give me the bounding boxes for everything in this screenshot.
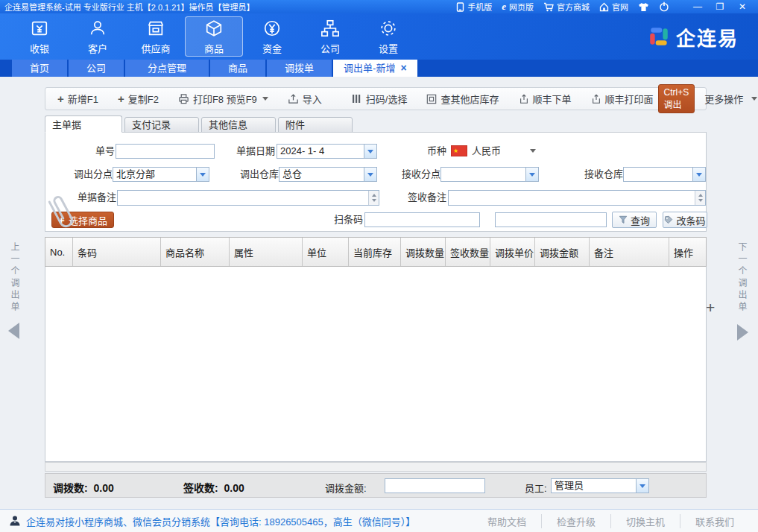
scan-select-button[interactable]: 扫码/选择 — [342, 92, 417, 106]
customer-icon — [88, 19, 107, 38]
help-docs-link[interactable]: 帮助文档 — [473, 514, 541, 528]
phone-icon — [456, 2, 464, 12]
horizontal-scrollbar[interactable] — [45, 462, 707, 472]
prev-order-arrow-icon[interactable] — [8, 323, 19, 339]
summary-bar: 调拨数: 0.00 签收数: 0.00 调拨金额: 员工: 管理员 — [45, 473, 707, 498]
col-attribute[interactable]: 属性 — [230, 238, 303, 266]
employee-select[interactable]: 管理员 — [551, 478, 649, 493]
new-button[interactable]: + 新增F1 — [45, 92, 108, 106]
col-unit[interactable]: 单位 — [303, 238, 349, 266]
out-branch-select[interactable]: 北京分部 — [113, 167, 209, 182]
save-outbound-button[interactable]: Ctrl+S调出 — [658, 84, 695, 113]
tag-icon — [664, 215, 673, 224]
product-lookup-input[interactable] — [495, 212, 607, 227]
spinner-icon[interactable] — [368, 191, 379, 205]
chevron-down-icon — [692, 168, 705, 181]
nav-item-customer[interactable]: 客户 — [69, 16, 127, 57]
maximize-button[interactable]: ❐ — [709, 0, 731, 13]
change-barcode-button[interactable]: 改条码 — [663, 212, 707, 228]
switch-host-link[interactable]: 切换主机 — [610, 514, 680, 528]
nav-item-company[interactable]: 公司 — [301, 16, 359, 57]
add-row-button[interactable]: + — [706, 299, 715, 317]
currency-value: 人民币 — [472, 144, 517, 159]
recv-warehouse-select[interactable] — [623, 167, 706, 182]
col-barcode[interactable]: 条码 — [73, 238, 161, 266]
next-order-arrow-icon[interactable] — [737, 324, 748, 341]
official-mall-link[interactable]: 官方商城 — [543, 1, 590, 13]
nav-item-product[interactable]: 商品 — [185, 16, 243, 57]
minimize-button[interactable]: — — [686, 0, 709, 13]
recv-branch-label: 接收分点 — [394, 167, 440, 182]
close-button[interactable]: ✕ — [731, 0, 754, 13]
tab-branch-management[interactable]: 分点管理 — [125, 60, 209, 77]
main-area: 上一个调出单 下一个调出单 + + 新增F1 + 复制F2 打 — [0, 77, 758, 509]
company-icon — [320, 19, 340, 38]
query-button[interactable]: 查询 — [612, 212, 657, 228]
col-transfer-price[interactable]: 调拨单价 — [490, 238, 535, 266]
nav-item-funds[interactable]: 资金 — [243, 16, 301, 57]
tab-company[interactable]: 公司 — [69, 60, 124, 77]
transfer-amount-input[interactable] — [385, 478, 485, 493]
col-actions[interactable]: 操作 — [669, 238, 706, 266]
col-transfer-qty[interactable]: 调拨数量 — [401, 238, 446, 266]
tab-home[interactable]: 首页 — [12, 60, 67, 77]
out-warehouse-select[interactable]: 总仓 — [279, 167, 377, 182]
col-product-name[interactable]: 商品名称 — [161, 238, 230, 266]
shirt-icon[interactable] — [638, 2, 649, 12]
tab-close-icon[interactable]: × — [400, 60, 406, 77]
chevron-down-icon — [364, 145, 376, 158]
chevron-down-icon[interactable] — [530, 149, 536, 153]
printer-icon — [178, 93, 189, 104]
nav-item-settings[interactable]: 设置 — [359, 16, 417, 57]
chevron-down-icon — [196, 168, 209, 181]
sign-qty-total: 签收数: 0.00 — [183, 480, 244, 495]
scan-barcode-input[interactable] — [364, 212, 480, 227]
order-no-input[interactable] — [116, 144, 215, 159]
col-sign-qty[interactable]: 签收数量 — [446, 238, 490, 266]
sign-remark-label: 签收备注 — [400, 190, 446, 205]
promo-message: 企连易对接小程序商城、微信会员分销系统【咨询电话: 18926505465，高生… — [9, 514, 415, 528]
doc-remark-input[interactable] — [117, 190, 379, 206]
official-site-link[interactable]: 官网 — [599, 1, 628, 13]
sf-express-order-button[interactable]: 顺丰下单 — [509, 92, 581, 106]
paperclip-icon — [45, 192, 75, 234]
subtab-payment-records[interactable]: 支付记录 — [124, 117, 199, 133]
mobile-version-link[interactable]: 手机版 — [456, 1, 492, 13]
print-preview-button[interactable]: 打印F8 预览F9 — [168, 92, 278, 106]
power-icon[interactable] — [659, 1, 669, 12]
sf-express-print-button[interactable]: 顺丰打印面 — [581, 92, 657, 106]
subtab-main-document[interactable]: 主单据 — [45, 115, 122, 133]
nav-item-cashier[interactable]: 收银 — [10, 16, 69, 57]
tab-product[interactable]: 商品 — [210, 60, 265, 77]
subtab-attachments[interactable]: 附件 — [278, 117, 353, 133]
contact-us-link[interactable]: 联系我们 — [680, 514, 749, 528]
check-upgrade-link[interactable]: 检查升级 — [541, 514, 610, 528]
tab-transfer-order[interactable]: 调拨单 — [267, 60, 332, 77]
col-no[interactable]: No. — [45, 238, 73, 266]
stock-lookup-icon — [426, 94, 437, 104]
order-date-select[interactable]: 2024- 1- 4 — [277, 144, 377, 159]
col-remark[interactable]: 备注 — [590, 238, 669, 266]
nav-item-supplier[interactable]: 供应商 — [127, 16, 185, 57]
items-table-body[interactable] — [45, 267, 707, 462]
detail-subtabs: 主单据 支付记录 其他信息 附件 — [45, 115, 355, 133]
chevron-down-icon — [751, 97, 757, 101]
product-icon — [204, 19, 224, 38]
currency-label: 币种 — [414, 144, 446, 159]
settings-icon — [379, 19, 398, 38]
col-transfer-amount[interactable]: 调拨金额 — [535, 238, 590, 266]
sign-remark-input[interactable] — [448, 190, 706, 206]
order-no-label: 单号 — [72, 144, 115, 159]
col-current-stock[interactable]: 当前库存 — [349, 238, 401, 266]
check-other-store-stock-button[interactable]: 查其他店库存 — [417, 92, 508, 106]
subtab-other-info[interactable]: 其他信息 — [201, 117, 276, 133]
web-version-link[interactable]: e 网页版 — [502, 1, 534, 13]
cart-icon — [543, 2, 554, 12]
recv-branch-select[interactable] — [440, 167, 539, 182]
import-button[interactable]: 导入 — [278, 92, 332, 106]
spinner-icon[interactable] — [695, 191, 705, 205]
copy-button[interactable]: + 复制F2 — [108, 92, 168, 106]
out-branch-label: 调出分点 — [66, 167, 113, 182]
more-actions-button[interactable]: 更多操作 — [695, 92, 758, 106]
tab-outbound-new[interactable]: 调出单-新增 × — [333, 60, 417, 77]
